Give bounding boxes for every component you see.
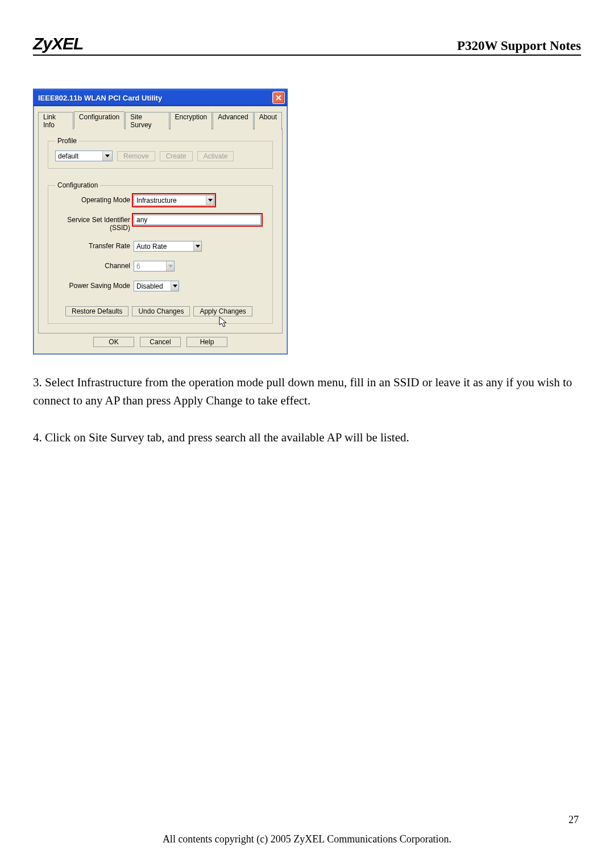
instruction-step-4: 4. Click on Site Survey tab, and press s… <box>33 429 579 447</box>
chevron-down-icon <box>166 261 174 271</box>
page-header: ZyXEL P320W Support Notes <box>33 34 581 56</box>
tab-advanced[interactable]: Advanced <box>213 112 253 130</box>
chevron-down-icon[interactable] <box>171 281 179 291</box>
configuration-legend: Configuration <box>55 181 100 189</box>
copyright-footer: All contents copyright (c) 2005 ZyXEL Co… <box>0 833 614 845</box>
transfer-rate-value[interactable] <box>134 242 193 251</box>
tab-about[interactable]: About <box>254 112 282 130</box>
channel-label: Channel <box>55 261 134 270</box>
ok-button[interactable]: OK <box>93 337 134 347</box>
screenshot-dialog: IEEE802.11b WLAN PCI Card Utility Link I… <box>33 89 581 354</box>
help-button[interactable]: Help <box>186 337 227 347</box>
tab-link-info[interactable]: Link Info <box>38 112 73 130</box>
apply-changes-button[interactable]: Apply Changes <box>193 306 252 316</box>
window-titlebar: IEEE802.11b WLAN PCI Card Utility <box>34 89 287 106</box>
power-saving-mode-select[interactable] <box>134 281 179 291</box>
transfer-rate-label: Transfer Rate <box>55 241 134 250</box>
undo-changes-button[interactable]: Undo Changes <box>132 306 190 316</box>
operating-mode-value[interactable] <box>134 196 206 205</box>
chevron-down-icon[interactable] <box>102 151 112 161</box>
power-saving-mode-value[interactable] <box>134 282 171 291</box>
power-saving-mode-label: Power Saving Mode <box>55 281 134 290</box>
operating-mode-label: Operating Mode <box>55 195 134 204</box>
ssid-label: Service Set Identifier (SSID) <box>55 215 134 232</box>
profile-select[interactable] <box>55 151 113 161</box>
tab-configuration[interactable]: Configuration <box>74 111 125 129</box>
create-button[interactable]: Create <box>160 151 193 161</box>
channel-select <box>134 261 175 272</box>
window-title: IEEE802.11b WLAN PCI Card Utility <box>38 94 162 102</box>
operating-mode-select[interactable] <box>134 195 214 206</box>
ssid-input[interactable] <box>134 215 261 225</box>
chevron-down-icon[interactable] <box>206 195 214 205</box>
cancel-button[interactable]: Cancel <box>140 337 181 347</box>
tab-encryption[interactable]: Encryption <box>170 112 213 130</box>
document-title: P320W Support Notes <box>457 39 581 53</box>
profile-legend: Profile <box>55 137 79 145</box>
cursor-icon <box>219 316 228 329</box>
transfer-rate-select[interactable] <box>134 241 202 252</box>
remove-button[interactable]: Remove <box>117 151 155 161</box>
profile-group: Profile Remove Create Activate <box>48 137 273 169</box>
profile-select-value[interactable] <box>56 152 102 161</box>
chevron-down-icon[interactable] <box>193 241 201 251</box>
page-number: 27 <box>569 814 579 826</box>
activate-button[interactable]: Activate <box>197 151 234 161</box>
tab-strip: Link Info Configuration Site Survey Encr… <box>38 111 283 129</box>
close-icon[interactable] <box>272 91 285 104</box>
channel-value <box>134 262 166 271</box>
tab-site-survey[interactable]: Site Survey <box>125 112 169 130</box>
instruction-step-3: 3. Select Infrastructure from the operat… <box>33 374 579 410</box>
tab-panel-configuration: Profile Remove Create Activate <box>38 128 283 333</box>
configuration-group: Configuration Operating Mode <box>48 181 273 324</box>
logo: ZyXEL <box>33 34 83 53</box>
restore-defaults-button[interactable]: Restore Defaults <box>65 306 128 316</box>
